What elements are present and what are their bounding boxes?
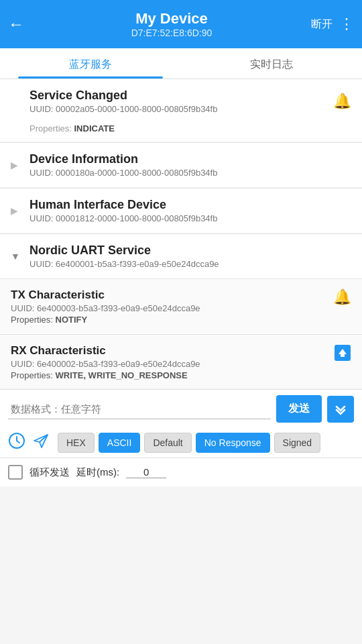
service-uuid: UUID: 0000180a-0000-1000-8000-00805f9b34…	[29, 168, 351, 178]
characteristic-info: RX Characteristic UUID: 6e400002-b5a3-f3…	[11, 344, 328, 380]
loop-checkbox[interactable]	[8, 465, 23, 480]
fmt-default-button[interactable]: Default	[144, 433, 191, 453]
header: ← My Device D7:E7:52:E8:6D:90 断开 ⋮	[0, 0, 362, 48]
characteristic-uuid: UUID: 6e400003-b5a3-f393-e0a9-e50e24dcca…	[11, 303, 328, 313]
characteristic-properties: Properties: WRITE, WRITE_NO_RESPONSE	[11, 370, 328, 380]
fmt-signed-button[interactable]: Signed	[274, 433, 321, 453]
header-title-block: My Device D7:E7:52:E8:6D:90	[32, 10, 311, 38]
characteristic-properties: Properties: NOTIFY	[11, 315, 328, 325]
service-name: Nordic UART Service	[29, 244, 351, 258]
service-name: Service Changed	[29, 89, 333, 103]
service-header[interactable]: ▶ Human Interface Device UUID: 00001812-…	[0, 189, 362, 233]
service-uuid: UUID: 00002a05-0000-1000-8000-00805f9b34…	[29, 104, 333, 114]
device-address: D7:E7:52:E8:6D:90	[131, 28, 213, 38]
service-info: Human Interface Device UUID: 00001812-00…	[29, 198, 351, 223]
service-item-device-information: ▶ Device Information UUID: 0000180a-0000…	[0, 143, 362, 187]
send-area: 发送	[0, 389, 362, 428]
characteristic-header: TX Characteristic UUID: 6e400003-b5a3-f3…	[11, 288, 351, 325]
expand-icon: ▶	[11, 160, 23, 170]
bell-icon[interactable]: 🔔	[333, 288, 351, 306]
characteristic-tx: TX Characteristic UUID: 6e400003-b5a3-f3…	[0, 278, 362, 333]
bell-icon[interactable]: 🔔	[333, 93, 351, 110]
service-header[interactable]: Service Changed UUID: 00002a05-0000-1000…	[0, 79, 362, 123]
tab-realtime-log[interactable]: 实时日志	[181, 48, 362, 78]
service-header[interactable]: ▼ Nordic UART Service UUID: 6e400001-b5a…	[0, 234, 362, 278]
send-paper-icon[interactable]	[32, 432, 50, 453]
service-item-nordic-uart: ▼ Nordic UART Service UUID: 6e400001-b5a…	[0, 234, 362, 388]
device-name: My Device	[135, 10, 208, 28]
service-uuid: UUID: 6e400001-b5a3-f393-e0a9-e50e24dcca…	[29, 259, 351, 269]
more-button[interactable]: ⋮	[339, 17, 354, 32]
service-header[interactable]: ▶ Device Information UUID: 0000180a-0000…	[0, 143, 362, 187]
loop-delay-input[interactable]	[126, 466, 166, 478]
tab-ble-services[interactable]: 蓝牙服务	[0, 48, 181, 78]
collapse-icon: ▼	[11, 251, 23, 262]
service-item-service-changed: Service Changed UUID: 00002a05-0000-1000…	[0, 79, 362, 142]
characteristic-name: TX Characteristic	[11, 288, 328, 302]
service-name: Human Interface Device	[29, 198, 351, 212]
characteristic-rx: RX Characteristic UUID: 6e400002-b5a3-f3…	[0, 334, 362, 388]
loop-row: 循环发送 延时(ms):	[0, 458, 362, 486]
history-icon[interactable]	[8, 432, 25, 453]
tab-bar: 蓝牙服务 实时日志	[0, 48, 362, 79]
back-button[interactable]: ←	[8, 15, 24, 34]
fmt-ascii-button[interactable]: ASCII	[99, 433, 141, 453]
disconnect-button[interactable]: 断开	[311, 17, 333, 32]
service-uuid: UUID: 00001812-0000-1000-8000-00805f9b34…	[29, 213, 351, 223]
send-button[interactable]: 发送	[276, 395, 322, 423]
services-list: Service Changed UUID: 00002a05-0000-1000…	[0, 79, 362, 388]
service-properties: Properties: INDICATE	[0, 123, 362, 142]
characteristic-uuid: UUID: 6e400002-b5a3-f393-e0a9-e50e24dcca…	[11, 359, 328, 369]
format-row: HEX ASCII Default No Response Signed	[0, 428, 362, 458]
characteristic-info: TX Characteristic UUID: 6e400003-b5a3-f3…	[11, 288, 328, 325]
service-info: Device Information UUID: 0000180a-0000-1…	[29, 152, 351, 178]
expand-icon: ▶	[11, 205, 23, 216]
service-name: Device Information	[29, 152, 351, 166]
loop-delay-label: 延时(ms):	[76, 466, 119, 479]
fmt-hex-button[interactable]: HEX	[58, 433, 95, 453]
service-info: Nordic UART Service UUID: 6e400001-b5a3-…	[29, 244, 351, 269]
expand-button[interactable]	[327, 396, 354, 423]
loop-label: 循环发送	[29, 466, 70, 479]
characteristic-header: RX Characteristic UUID: 6e400002-b5a3-f3…	[11, 344, 351, 380]
fmt-noresponse-button[interactable]: No Response	[196, 433, 270, 453]
characteristic-name: RX Characteristic	[11, 344, 328, 358]
service-item-human-interface: ▶ Human Interface Device UUID: 00001812-…	[0, 189, 362, 233]
send-input[interactable]	[8, 399, 271, 419]
upload-icon[interactable]	[334, 344, 351, 366]
header-actions: 断开 ⋮	[311, 17, 354, 32]
service-info: Service Changed UUID: 00002a05-0000-1000…	[29, 89, 333, 114]
